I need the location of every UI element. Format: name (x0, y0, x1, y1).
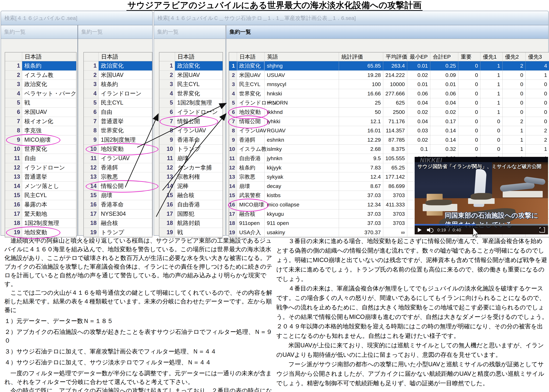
table-row[interactable]: 3核条約 (84, 80, 152, 89)
table-row[interactable]: 1政治変化shjhng65.85263.40.010.250124 (229, 61, 549, 70)
table-row[interactable]: 19地殻変動 (5, 228, 76, 237)
table-row[interactable]: 10イスラム教islmky2.688.3750.10.320011 (229, 145, 549, 154)
table-row[interactable]: 13普通選挙 (5, 172, 76, 182)
table-row[interactable]: 14メンツ落とし (5, 182, 76, 191)
panel-2-tab[interactable]: 集約一覧 (78, 25, 152, 39)
aggregate-table-3[interactable]: 日本語1政治変化2米国UAV3民主CYL4世界変化51国2制度無理6イランドロー… (159, 52, 223, 237)
video-player[interactable]: NIKKEI サウジ国防省「イランが関与」、ミサイルなど破片公開 同国東部の石油… (415, 157, 548, 234)
table-row[interactable]: 18融合核 (84, 219, 152, 228)
table-row[interactable]: 12タンカー拿捕 (159, 163, 223, 173)
table-row[interactable]: 7情報公開 (159, 117, 223, 126)
table-row[interactable]: 2米国UAV (159, 70, 223, 80)
column-header[interactable] (84, 52, 99, 61)
column-header[interactable]: 平均評価 (383, 52, 407, 61)
panel-3-tab[interactable]: 集約一覧 (154, 25, 225, 39)
column-header[interactable]: 最小EP (407, 52, 430, 61)
window2-titlebar[interactable]: 検索[４１６ジュバイルＣ＿サウジ石油テロ＿1．1＿軍産攻撃計画公表＿1．6.se… (154, 11, 549, 25)
column-header[interactable]: 統計評価 (339, 52, 383, 61)
table-row[interactable]: 14情報公開 (84, 182, 152, 191)
table-row[interactable]: 14泥棒 (159, 182, 223, 191)
table-cell: 0 (458, 108, 480, 117)
column-header[interactable]: 日本語 (175, 52, 223, 61)
table-row[interactable]: 13宗教悪 (84, 172, 152, 182)
table-row[interactable]: 2米国UAVUSUAV19.28214.2220.020.090101 (229, 70, 549, 80)
table-row[interactable]: 11崩壊 (159, 154, 223, 163)
table-row[interactable]: 6米国UAV (5, 108, 76, 117)
table-row[interactable]: 18航路封鎖 (159, 219, 223, 228)
volume-icon[interactable] (427, 228, 433, 232)
table-row[interactable]: 11イランUAV (84, 154, 152, 163)
column-header[interactable]: 日本語 (22, 52, 76, 61)
table-row[interactable]: 51国2制度無理 (159, 98, 223, 108)
table-row[interactable]: 9MICO崩壊 (5, 135, 76, 145)
column-header[interactable]: 英語 (265, 52, 339, 61)
video-progress-bar[interactable] (415, 224, 548, 225)
table-row[interactable]: 4世界変化 (159, 89, 223, 98)
table-row[interactable]: 10地殻変動 (84, 145, 152, 154)
table-row[interactable]: 9香港革命 (159, 135, 223, 145)
table-row[interactable]: 9香港餌eshnkn12.2987.7850.020.140012 (229, 135, 549, 145)
table-row[interactable]: 5イランドローンIRNDRN256250.040.040100 (229, 98, 549, 108)
table-row[interactable]: 8イランUAV (159, 126, 223, 135)
table-row[interactable]: 16香港革命 (84, 200, 152, 210)
table-row[interactable]: 2米国UAV (84, 70, 152, 80)
panel-1-tab[interactable]: 集約一覧 (1, 25, 78, 39)
table-cell: イランドローン (237, 98, 265, 107)
column-header[interactable]: 日本語 (99, 52, 152, 61)
table-row[interactable]: 91国2制度無理 (84, 135, 152, 145)
table-row[interactable]: 181国2制度無理 (5, 219, 76, 228)
table-row[interactable]: 17驚天動地 (5, 210, 76, 219)
column-header[interactable] (159, 52, 175, 61)
table-row[interactable]: 7普通選挙 (84, 117, 152, 126)
table-row[interactable]: 13宗教利権 (159, 172, 223, 182)
column-header[interactable]: 日本語 (237, 52, 265, 61)
table-row[interactable]: 5民主CYL (84, 98, 152, 108)
table-row[interactable]: 3民主CYLmnsycyl100100000.010.010100 (229, 80, 549, 89)
table-row[interactable]: 15融合核 (159, 191, 223, 200)
aggregate-table-1[interactable]: 日本語1核条約2イスラム教3政治変化4ベラヤット・パーク5戦6米国UAV7核イオ… (5, 52, 77, 237)
table-row[interactable]: 8世界変化 (84, 126, 152, 135)
table-row[interactable]: 1政治変化 (159, 61, 223, 70)
table-row[interactable]: 19トランプ (84, 228, 152, 237)
table-row[interactable]: 17NYSE304 (84, 210, 152, 219)
table-row[interactable]: 6地殻変動tkkhnd5025000.020.020100 (229, 108, 549, 117)
table-row[interactable]: 15崩壊 (84, 191, 152, 200)
window1-titlebar[interactable]: 検索[４１６ジュバイルＣ.sea] (1, 11, 153, 25)
table-row[interactable]: 1核条約 (5, 61, 76, 70)
table-row[interactable]: 3政治変化 (5, 80, 76, 89)
table-row[interactable]: 8イランUAVRGUAV16.01114.3570.030.140012 (229, 126, 549, 135)
table-row[interactable]: 11自由 (5, 154, 76, 163)
table-row[interactable]: 15民主CYL (5, 191, 76, 200)
table-row[interactable]: 16暴露の本 (5, 200, 76, 210)
table-row[interactable]: 19戦 (159, 228, 223, 237)
table-row[interactable]: 17国際犯 (159, 210, 223, 219)
table-row[interactable]: 1政治変化 (84, 61, 152, 70)
panel-4-tab[interactable]: 集約一覧 (226, 25, 548, 39)
table-row[interactable]: 4ベラヤット・パーク (5, 89, 76, 98)
column-header[interactable]: 重要 (458, 52, 480, 61)
table-row[interactable]: 12香港餌 (84, 163, 152, 173)
column-header[interactable] (229, 52, 237, 61)
play-icon[interactable] (418, 228, 421, 232)
aggregate-table-2[interactable]: 日本語1政治変化2米国UAV3核条約4イランドローン5民主CYL6自由7普通選挙… (84, 52, 152, 237)
table-row[interactable]: 16自由香港 (159, 200, 223, 210)
column-header[interactable]: 優先1 (480, 52, 503, 61)
column-header[interactable]: 合計EP (430, 52, 458, 61)
table-row[interactable]: 10世界変化 (5, 145, 76, 154)
table-row[interactable]: 7核イオン化 (5, 117, 76, 126)
column-header[interactable] (5, 52, 22, 61)
table-row[interactable]: 12イランドローン (5, 163, 76, 173)
table-row[interactable]: 7情報公開jyhkki12.171.1760.040.170020 (229, 117, 549, 126)
table-row[interactable]: 6イランドローン (159, 108, 223, 117)
table-row[interactable]: 4世界変化hnkski16.66277.6660.060.060100 (229, 89, 549, 98)
column-header[interactable]: 優先3 (526, 52, 549, 61)
column-header[interactable]: 優先2 (503, 52, 526, 61)
table-row[interactable]: 6自由 (84, 108, 152, 117)
fullscreen-icon[interactable] (540, 227, 545, 233)
table-row[interactable]: 8李克強 (5, 126, 76, 135)
table-row[interactable]: 4イランドローン (84, 89, 152, 98)
table-row[interactable]: 10トランプ (159, 145, 223, 154)
table-row[interactable]: 3民主CYL (159, 80, 223, 89)
table-row[interactable]: 2イスラム教 (5, 70, 76, 80)
table-row[interactable]: 5戦 (5, 98, 76, 108)
